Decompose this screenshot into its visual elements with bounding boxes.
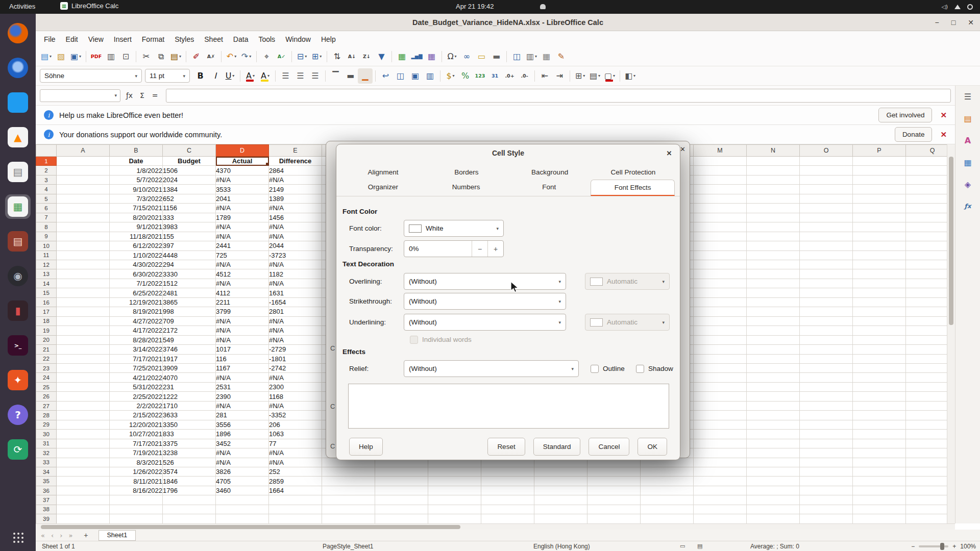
cell-D9[interactable]: #N/A: [216, 232, 269, 241]
cell-Q12[interactable]: [906, 260, 947, 269]
show-grid-lines-button[interactable]: ▦: [539, 49, 554, 64]
cell-A2[interactable]: [57, 166, 110, 175]
cell-N9[interactable]: [747, 232, 800, 241]
cell-B7[interactable]: 8/20/2021: [110, 213, 163, 222]
italic-button[interactable]: I: [208, 68, 223, 84]
cell-M8[interactable]: [694, 222, 747, 232]
cell-N20[interactable]: [747, 335, 800, 344]
cell-Q22[interactable]: [906, 354, 947, 363]
cell-E26[interactable]: 1168: [269, 392, 322, 401]
cell-N31[interactable]: [747, 439, 800, 448]
cell-M5[interactable]: [694, 194, 747, 203]
cell-B36[interactable]: 8/16/2022: [110, 486, 163, 495]
cell-B26[interactable]: 2/25/2022: [110, 392, 163, 401]
cell-N7[interactable]: [747, 213, 800, 222]
find-replace-button[interactable]: ⌖: [259, 49, 274, 64]
cell-B37[interactable]: [110, 495, 163, 505]
sidebar-settings-button[interactable]: ☰: [961, 90, 974, 103]
cell-B18[interactable]: 4/27/2022: [110, 316, 163, 325]
cell-E14[interactable]: #N/A: [269, 279, 322, 288]
vertical-scrollbar[interactable]: [947, 144, 955, 523]
add-decimal-place-button[interactable]: .0+: [502, 68, 517, 84]
merge-cells-button[interactable]: ▣: [408, 68, 423, 84]
insert-row-dropdown-arrow[interactable]: ▾: [305, 54, 307, 59]
cell-Q15[interactable]: [906, 288, 947, 297]
headers-footers-button[interactable]: ▬: [489, 49, 504, 64]
row-header-9[interactable]: 9: [36, 232, 57, 241]
standard-button[interactable]: Standard: [533, 438, 581, 456]
cell-Q8[interactable]: [906, 222, 947, 232]
insert-column-dropdown-arrow[interactable]: ▾: [320, 54, 322, 59]
cell-N38[interactable]: [747, 505, 800, 514]
cell-A12[interactable]: [57, 260, 110, 269]
cell-J35[interactable]: [534, 477, 587, 486]
cell-C27[interactable]: 1710: [163, 401, 216, 410]
cell-I37[interactable]: [481, 495, 534, 505]
export-pdf-button[interactable]: PDF: [89, 49, 104, 64]
cell-O29[interactable]: [800, 420, 853, 429]
row-header-6[interactable]: 6: [36, 204, 57, 213]
cell-P11[interactable]: [853, 251, 906, 260]
cell-A18[interactable]: [57, 316, 110, 325]
cell-E2[interactable]: 2864: [269, 166, 322, 175]
cell-N33[interactable]: [747, 458, 800, 467]
cell-A33[interactable]: [57, 458, 110, 467]
cell-E27[interactable]: #N/A: [269, 401, 322, 410]
row-header-21[interactable]: 21: [36, 345, 57, 354]
cell-E30[interactable]: 1063: [269, 430, 322, 439]
insert-row-button[interactable]: ⊟▾: [295, 49, 309, 64]
row-header-7[interactable]: 7: [36, 213, 57, 222]
open-file-button[interactable]: ▧: [54, 49, 68, 64]
conditional-formatting-button[interactable]: ◧▾: [623, 68, 638, 84]
chevron-down-icon[interactable]: ▾: [555, 320, 561, 325]
outline-checkbox-group[interactable]: Outline: [591, 364, 625, 373]
styles-deck-button[interactable]: A: [961, 134, 974, 147]
freeze-panes-button[interactable]: ◫: [509, 49, 524, 64]
help-button[interactable]: Help: [349, 438, 383, 456]
cell-D38[interactable]: [216, 505, 269, 514]
cell-B29[interactable]: 12/20/2021: [110, 420, 163, 429]
cell-N6[interactable]: [747, 204, 800, 213]
cell-E38[interactable]: [269, 505, 322, 514]
row-header-25[interactable]: 25: [36, 382, 57, 391]
conditional-formatting-dropdown-arrow[interactable]: ▾: [633, 73, 635, 78]
cell-P2[interactable]: [853, 166, 906, 175]
cell-D22[interactable]: 116: [216, 354, 269, 363]
cell-P1[interactable]: [853, 157, 906, 166]
cell-A29[interactable]: [57, 420, 110, 429]
cell-O22[interactable]: [800, 354, 853, 363]
cell-O12[interactable]: [800, 260, 853, 269]
copy-button[interactable]: ⧉: [154, 49, 168, 64]
cell-F39[interactable]: [322, 514, 375, 523]
cell-B13[interactable]: 6/30/2022: [110, 269, 163, 279]
horizontal-scrollbar[interactable]: [36, 523, 955, 530]
cell-M9[interactable]: [694, 232, 747, 241]
cell-P17[interactable]: [853, 307, 906, 316]
cell-B20[interactable]: 8/28/2021: [110, 335, 163, 344]
dock-vlc[interactable]: ▲: [5, 125, 31, 149]
row-header-36[interactable]: 36: [36, 486, 57, 495]
cell-Q30[interactable]: [906, 430, 947, 439]
cell-N18[interactable]: [747, 316, 800, 325]
formula-button[interactable]: =: [149, 91, 161, 99]
cell-N32[interactable]: [747, 448, 800, 458]
cell-E21[interactable]: -2729: [269, 345, 322, 354]
cell-N21[interactable]: [747, 345, 800, 354]
dock-ubuntu-software[interactable]: ✦: [5, 368, 31, 392]
cell-E7[interactable]: 1456: [269, 213, 322, 222]
menu-file[interactable]: File: [39, 33, 61, 45]
row-header-20[interactable]: 20: [36, 335, 57, 344]
cell-M11[interactable]: [694, 251, 747, 260]
cell-O26[interactable]: [800, 392, 853, 401]
cell-N25[interactable]: [747, 382, 800, 391]
cell-E20[interactable]: #N/A: [269, 335, 322, 344]
cell-C23[interactable]: 3909: [163, 363, 216, 372]
cell-C10[interactable]: 397: [163, 241, 216, 251]
navigator-deck-button[interactable]: ◈: [961, 178, 974, 191]
column-header-N[interactable]: N: [747, 145, 800, 157]
zoom-out-button[interactable]: −: [911, 543, 915, 550]
cell-A21[interactable]: [57, 345, 110, 354]
cell-B38[interactable]: [110, 505, 163, 514]
cell-Q36[interactable]: [906, 486, 947, 495]
cell-O32[interactable]: [800, 448, 853, 458]
